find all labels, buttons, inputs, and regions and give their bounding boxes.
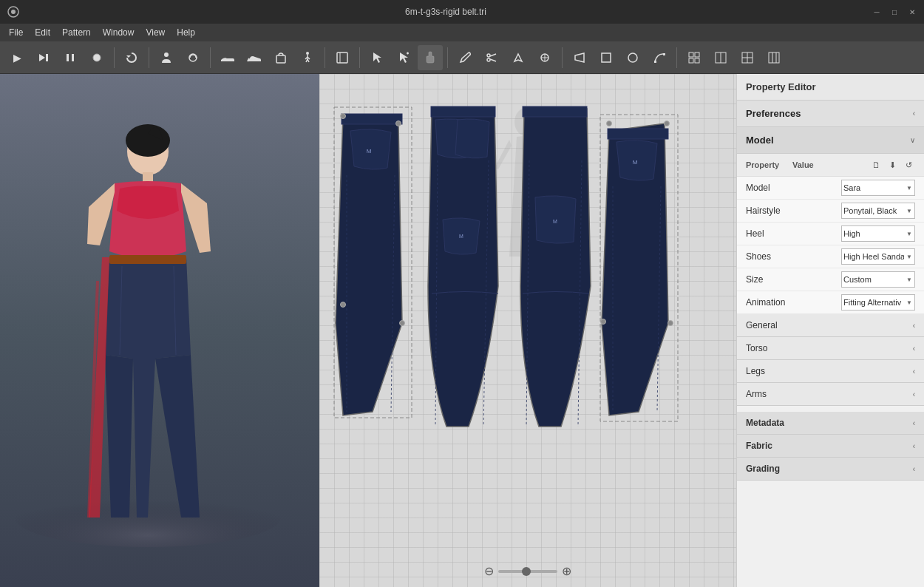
svg-point-52 [126,124,170,157]
new-file-icon[interactable]: 🗋 [869,158,883,172]
menu-item-pattern[interactable]: Pattern [56,26,97,39]
menu-item-help[interactable]: Help [171,26,201,39]
scissors-tool[interactable] [479,45,504,70]
preferences-label: Preferences [746,108,801,119]
zoom-bar: ⊖ ⊕ [484,564,571,578]
pan-tool[interactable] [418,45,443,70]
hairstyle-prop-label: Hairstyle [746,206,841,216]
3d-viewport[interactable] [0,74,319,587]
preferences-section[interactable]: Preferences ‹ [737,101,924,127]
panel-header: Property Editor [737,74,924,101]
svg-rect-36 [663,53,665,55]
walk-button[interactable] [295,45,320,70]
right-panel: Property Editor Preferences ‹ Model ∨ Pr… [736,74,924,587]
menu-item-window[interactable]: Window [97,26,140,39]
metadata-label: Metadata [746,418,784,428]
zoom-thumb[interactable] [522,567,531,576]
grid3-tool[interactable] [735,45,760,70]
toolbar-separator-6 [447,47,448,68]
size-select[interactable]: Custom [841,271,915,288]
export-button[interactable] [330,45,355,70]
legs-section[interactable]: Legs ‹ [737,360,924,383]
step-button[interactable] [31,45,56,70]
toolbar-separator-7 [562,47,563,68]
property-col-header: Property [746,160,789,169]
select-tool[interactable] [364,45,390,70]
transform-tool[interactable] [391,45,416,70]
svg-rect-38 [695,52,699,57]
heel-select[interactable]: High [841,225,915,242]
pattern-pieces: M [328,94,727,582]
size-prop-row: Size Custom [737,268,924,291]
zoom-out-button[interactable]: ⊖ [484,564,494,578]
svg-point-72 [665,121,670,126]
svg-rect-5 [72,54,74,61]
refresh-icon[interactable]: ↺ [902,158,915,172]
svg-marker-21 [373,52,381,63]
general-section[interactable]: General ‹ [737,314,924,337]
panel-title: Property Editor [746,81,816,92]
zoom-slider[interactable] [498,570,557,573]
torso-section[interactable]: Torso ‹ [737,337,924,360]
fabric-section[interactable]: Fabric ‹ [737,435,924,458]
svg-marker-22 [400,52,408,63]
svg-text:M: M [459,234,463,239]
bezier-tool[interactable] [647,45,672,70]
grading-chevron: ‹ [913,465,915,473]
svg-point-1 [11,10,16,14]
svg-point-25 [487,54,490,57]
bag-button[interactable] [268,45,293,70]
menu-item-file[interactable]: File [3,26,29,39]
model-select[interactable]: Sara [841,180,915,196]
pause-button[interactable] [58,45,83,70]
model-section-header[interactable]: Model ∨ [737,127,924,154]
grid1-tool[interactable] [682,45,707,70]
square-tool[interactable] [594,45,619,70]
grid4-tool[interactable] [761,45,787,70]
avatar-button[interactable] [154,45,179,70]
anchor-tool[interactable] [506,45,531,70]
play-button[interactable]: ▶ [4,45,30,70]
arms-section[interactable]: Arms ‹ [737,383,924,406]
rect-tool[interactable] [567,45,592,70]
hairstyle-select[interactable]: Ponytail, Black [841,203,915,219]
svg-point-73 [668,321,673,326]
svg-rect-54 [109,255,186,264]
pattern-area[interactable]: M [319,74,736,587]
svg-point-60 [341,114,346,119]
model-label: Model [746,135,774,146]
grading-section[interactable]: Grading ‹ [737,458,924,481]
fabric-chevron: ‹ [913,442,915,450]
pen-tool[interactable] [452,45,478,70]
reset-button[interactable] [119,45,144,70]
animation-select[interactable]: Fitting Alternativ [841,294,915,311]
record-button[interactable] [84,45,109,70]
maximize-button[interactable]: □ [889,6,900,18]
grid2-tool[interactable] [708,45,733,70]
menu-item-view[interactable]: View [140,26,171,39]
legs-label: Legs [746,366,765,376]
shoes-select[interactable]: High Heel Sanda [841,248,915,265]
download-icon[interactable]: ⬇ [886,158,899,172]
circle-tool[interactable] [620,45,645,70]
svg-rect-40 [695,58,699,63]
pencil2-tool[interactable] [532,45,557,70]
svg-point-61 [396,121,401,126]
heels-button[interactable] [242,45,267,70]
menu-item-edit[interactable]: Edit [29,26,56,39]
fabric-label: Fabric [746,441,772,451]
titlebar: 6m-t-g3s-rigid belt.tri ─ □ ✕ [0,0,924,24]
svg-rect-46 [769,52,779,63]
svg-point-26 [487,58,490,61]
model-prop-label: Model [746,183,841,193]
svg-point-63 [341,302,346,308]
rotate-avatar-button[interactable] [180,45,205,70]
zoom-in-button[interactable]: ⊕ [562,564,571,578]
metadata-section[interactable]: Metadata ‹ [737,412,924,435]
close-button[interactable]: ✕ [906,6,918,18]
torso-label: Torso [746,343,767,353]
general-label: General [746,320,778,330]
svg-rect-37 [689,52,693,57]
minimize-button[interactable]: ─ [871,6,883,18]
shoes-button[interactable] [215,45,240,70]
